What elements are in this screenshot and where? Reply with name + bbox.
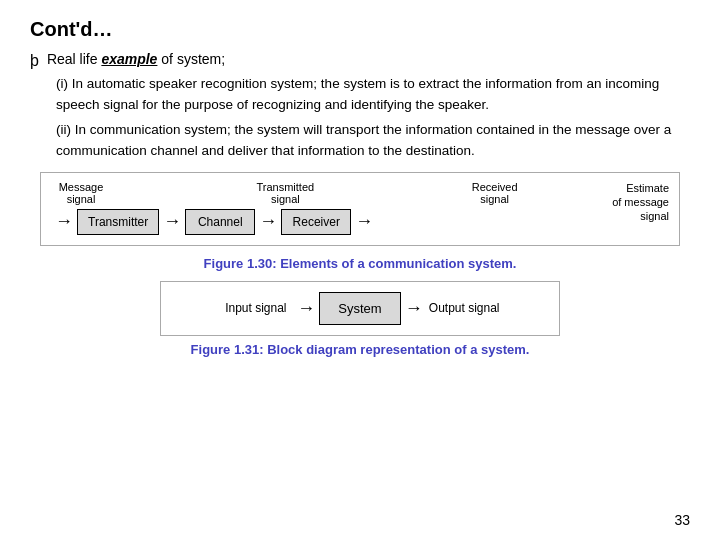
arrow-1: →	[159, 211, 185, 232]
figure-1-30-caption: Figure 1.30: Elements of a communication…	[30, 256, 690, 271]
page-title: Cont'd…	[30, 18, 690, 41]
figure-1-31-caption: Figure 1.31: Block diagram representatio…	[30, 342, 690, 357]
diagram-main-row: → Transmitter → Channel → Receiver →	[51, 209, 669, 235]
bullet-text: Real life example of system;	[47, 51, 225, 67]
transmitter-box: Transmitter	[77, 209, 159, 235]
arrow-output: →	[401, 298, 427, 319]
sub-item-ii-text: In communication system; the system will…	[56, 122, 671, 158]
bullet-symbol: þ	[30, 52, 39, 70]
arrow-end: →	[351, 211, 377, 232]
system-diagram: Input signal → System → Output signal	[160, 281, 560, 336]
label-received-signal: Receivedsignal	[460, 181, 530, 205]
receiver-box: Receiver	[281, 209, 351, 235]
input-signal-label: Input signal	[218, 301, 293, 315]
label-transmitted-signal: Transmittedsignal	[250, 181, 320, 205]
sub-item-ii: (ii) In communication system; the system…	[56, 120, 690, 162]
arrow-start: →	[51, 211, 77, 232]
system-box: System	[319, 292, 400, 325]
sub-item-i: (i) In automatic speaker recognition sys…	[56, 74, 690, 116]
label-estimate-signal: Estimateof messagesignal	[594, 181, 669, 224]
sub-item-i-text: In automatic speaker recognition system;…	[56, 76, 659, 112]
sub-item-ii-label: (ii)	[56, 122, 75, 137]
communication-diagram: Messagesignal Transmittedsignal Received…	[40, 172, 680, 246]
arrow-2: →	[255, 211, 281, 232]
label-message-signal: Messagesignal	[51, 181, 111, 205]
page-number: 33	[674, 512, 690, 528]
arrow-input: →	[293, 298, 319, 319]
output-signal-label: Output signal	[427, 301, 502, 315]
bullet-item: þ Real life example of system;	[30, 51, 690, 70]
channel-box: Channel	[185, 209, 255, 235]
system-diagram-row: Input signal → System → Output signal	[177, 292, 543, 325]
example-word: example	[101, 51, 157, 67]
sub-item-i-label: (i)	[56, 76, 72, 91]
